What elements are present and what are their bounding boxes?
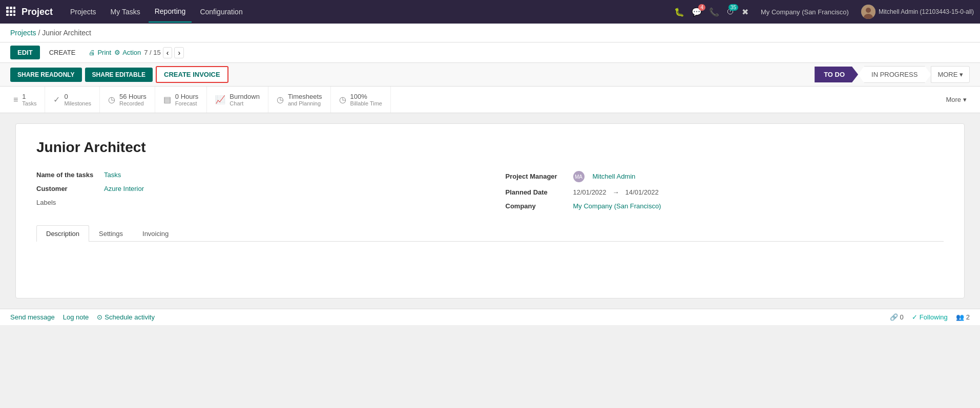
main-content: Junior Architect Name of the tasks Tasks… — [0, 113, 980, 309]
stat-timesheets[interactable]: ◷ Timesheets and Planning — [268, 87, 331, 113]
tasks-value: 1 — [22, 93, 36, 100]
status-todo-button[interactable]: TO DO — [815, 67, 858, 82]
chat-badge: 4 — [698, 4, 705, 11]
name-of-tasks-label: Name of the tasks — [36, 171, 98, 179]
nav-my-tasks[interactable]: My Tasks — [105, 2, 147, 22]
stat-milestones[interactable]: ✓ 0 Milestones — [45, 87, 100, 113]
action-link[interactable]: ⚙ Action — [114, 49, 141, 56]
billable-icon: ◷ — [339, 95, 346, 104]
schedule-activity-link[interactable]: ⊙ Schedule activity — [97, 313, 155, 321]
nav-configuration[interactable]: Configuration — [194, 2, 248, 22]
app-title: Project — [22, 7, 53, 17]
print-icon: 🖨 — [89, 49, 95, 56]
name-of-tasks-value[interactable]: Tasks — [104, 171, 121, 179]
footer-bar: Send message Log note ⊙ Schedule activit… — [0, 309, 980, 325]
pager: 7 / 15 ‹ › — [144, 47, 184, 58]
share-editable-button[interactable]: SHARE EDITABLE — [85, 68, 153, 82]
company-row: Company My Company (San Francisco) — [506, 199, 944, 213]
project-manager-label: Project Manager — [506, 173, 567, 180]
breadcrumb-parent[interactable]: Projects — [10, 29, 36, 37]
hours-recorded-value: 56 Hours — [119, 93, 147, 100]
pager-text: 7 / 15 — [144, 49, 161, 56]
tab-invoicing[interactable]: Invoicing — [133, 225, 178, 242]
reactions-stat[interactable]: 🔗 0 — [890, 313, 904, 321]
stat-billable[interactable]: ◷ 100% Billable Time — [331, 87, 391, 113]
share-readonly-button[interactable]: SHARE READONLY — [10, 68, 82, 82]
stats-more-button[interactable]: More ▾ — [937, 90, 975, 110]
stat-bar: ≡ 1 Tasks ✓ 0 Milestones ◷ 56 Hours Reco… — [0, 87, 980, 113]
tools-icon[interactable]: ✖ — [742, 7, 748, 17]
svg-point-10 — [866, 8, 871, 13]
create-invoice-button[interactable]: CREATE INVOICE — [156, 66, 228, 83]
chevron-down-icon: ▾ — [963, 96, 967, 103]
company-label: My Company (San Francisco) — [761, 8, 849, 16]
svg-rect-3 — [6, 10, 9, 13]
company-value[interactable]: My Company (San Francisco) — [573, 202, 661, 210]
svg-rect-0 — [6, 7, 9, 9]
milestones-icon: ✓ — [53, 95, 60, 104]
timer-icon[interactable]: ⏱ 35 — [726, 7, 735, 16]
edit-button[interactable]: EDIT — [10, 46, 40, 59]
stat-burndown[interactable]: 📈 Burndown Chart — [207, 87, 268, 113]
stat-hours-forecast[interactable]: ▤ 0 Hours Forecast — [155, 87, 207, 113]
status-more-button[interactable]: MORE ▾ — [931, 66, 970, 83]
clock-small-icon: ⊙ — [97, 313, 102, 321]
billable-label: Billable Time — [350, 100, 382, 106]
user-name: Mitchell Admin (12103443-15-0-all) — [879, 8, 974, 15]
nav-projects[interactable]: Projects — [64, 2, 102, 22]
project-manager-value[interactable]: Mitchell Admin — [593, 173, 636, 180]
customer-label: Customer — [36, 185, 98, 192]
user-avatar — [861, 5, 875, 19]
pager-next[interactable]: › — [174, 47, 184, 58]
create-button[interactable]: CREATE — [44, 46, 81, 59]
status-inprogress-button[interactable]: IN PROGRESS — [858, 66, 931, 83]
svg-rect-5 — [13, 10, 15, 13]
toolbar-actions: 🖨 Print ⚙ Action 7 / 15 ‹ › — [89, 47, 184, 58]
bug-icon[interactable]: 🐛 — [674, 7, 684, 17]
user-menu[interactable]: Mitchell Admin (12103443-15-0-all) — [861, 5, 974, 19]
labels-row: Labels — [36, 196, 475, 209]
customer-row: Customer Azure Interior — [36, 182, 475, 196]
nav-icons: 🐛 💬 4 📞 ⏱ 35 ✖ My Company (San Francisco… — [674, 5, 974, 19]
tab-content-description — [36, 242, 944, 283]
planned-date-label: Planned Date — [506, 188, 567, 196]
hours-recorded-label: Recorded — [119, 100, 147, 106]
action-bar: SHARE READONLY SHARE EDITABLE CREATE INV… — [0, 63, 980, 87]
stat-hours-recorded[interactable]: ◷ 56 Hours Recorded — [100, 87, 155, 113]
print-link[interactable]: 🖨 Print — [89, 49, 111, 56]
customer-value[interactable]: Azure Interior — [104, 185, 144, 192]
timesheets-value: Timesheets — [288, 93, 322, 100]
followers-stat[interactable]: 👥 2 — [956, 313, 970, 321]
phone-icon[interactable]: 📞 — [709, 7, 719, 17]
log-note-link[interactable]: Log note — [63, 313, 89, 321]
grid-icon[interactable] — [6, 7, 15, 17]
nav-reporting[interactable]: Reporting — [149, 1, 192, 23]
company-label: Company — [506, 202, 567, 210]
stats-more-label: More — [946, 96, 961, 103]
timesheets-icon: ◷ — [277, 95, 284, 104]
tab-settings[interactable]: Settings — [89, 225, 133, 242]
following-stat[interactable]: ✓ Following — [912, 313, 948, 321]
stat-tasks[interactable]: ≡ 1 Tasks — [5, 87, 45, 113]
clock-icon: ◷ — [108, 95, 115, 104]
timer-badge: 35 — [728, 4, 738, 11]
pager-prev[interactable]: ‹ — [163, 47, 173, 58]
hours-forecast-label: Forecast — [175, 100, 199, 106]
top-navigation: Project Projects My Tasks Reporting Conf… — [0, 0, 980, 24]
svg-rect-4 — [10, 10, 12, 13]
chat-icon[interactable]: 💬 4 — [692, 7, 702, 17]
svg-rect-7 — [10, 14, 12, 16]
hours-forecast-value: 0 Hours — [175, 93, 199, 100]
breadcrumb-current: Junior Architect — [42, 29, 91, 37]
svg-rect-1 — [10, 7, 12, 9]
planned-date-start: 12/01/2022 — [573, 188, 607, 196]
svg-rect-8 — [13, 14, 15, 16]
manager-avatar: MA — [573, 171, 585, 182]
send-message-link[interactable]: Send message — [10, 313, 55, 321]
toolbar: EDIT CREATE 🖨 Print ⚙ Action 7 / 15 ‹ › — [0, 42, 980, 63]
forecast-icon: ▤ — [163, 95, 171, 104]
burndown-value: Burndown — [230, 93, 260, 100]
date-arrow: → — [613, 188, 619, 196]
tab-description[interactable]: Description — [36, 225, 89, 242]
labels-label: Labels — [36, 199, 98, 206]
